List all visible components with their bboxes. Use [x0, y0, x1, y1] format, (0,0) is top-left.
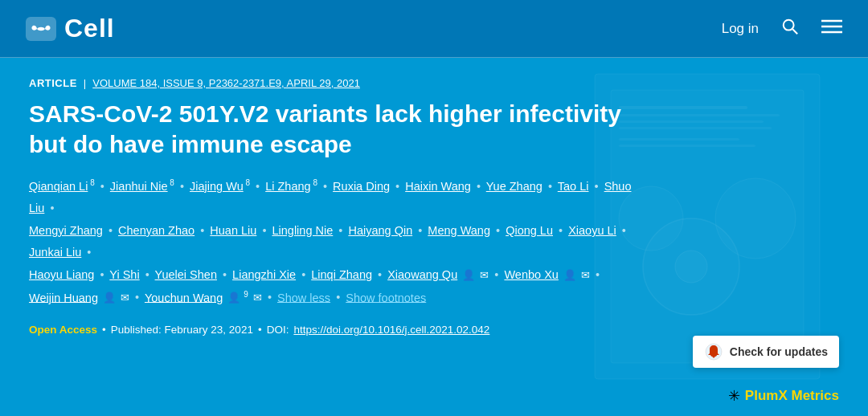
author-name[interactable]: Chenyan Zhao [118, 224, 194, 237]
svg-point-7 [643, 218, 739, 315]
author-name[interactable]: Youchun Wang [145, 291, 223, 304]
author-profile-icon[interactable]: 👤 [462, 269, 475, 281]
author-name[interactable]: Junkai Liu [29, 246, 81, 259]
author-name[interactable]: Qiong Lu [506, 224, 553, 237]
article-page: ARTICLE | VOLUME 184, ISSUE 9, P2362-237… [0, 58, 868, 416]
author-name[interactable]: Qianqian Li [29, 180, 88, 193]
plumx-metrics[interactable]: ✳ PlumX Metrics [728, 387, 839, 405]
author-email-icon[interactable]: ✉ [480, 269, 489, 281]
author-profile-icon[interactable]: 👤 [103, 292, 116, 304]
author-name[interactable]: Yi Shi [109, 268, 139, 281]
article-meta: ARTICLE | VOLUME 184, ISSUE 9, P2362-237… [29, 77, 839, 89]
check-updates-button[interactable]: Check for updates [693, 336, 839, 368]
author-name[interactable]: Haiyang Qin [348, 224, 412, 237]
published-date: Published: February 23, 2021 [111, 324, 253, 336]
author-name[interactable]: Haoyu Liang [29, 268, 94, 281]
authors-section: Qianqian Li 8 • Jianhui Nie 8 • Jiajing … [29, 175, 640, 309]
author-name[interactable]: Liangzhi Xie [232, 268, 296, 281]
svg-point-8 [715, 178, 796, 259]
search-icon[interactable] [781, 18, 799, 39]
author-name[interactable]: Tao Li [558, 180, 589, 193]
logo-text: Cell [64, 14, 115, 43]
doi-label: DOI: [267, 324, 289, 336]
access-row: Open Access • Published: February 23, 20… [29, 324, 839, 336]
menu-icon[interactable] [821, 18, 842, 39]
login-link[interactable]: Log in [722, 21, 759, 37]
author-name[interactable]: Li Zhang [265, 180, 310, 193]
site-header: Cell Log in [0, 0, 868, 58]
doi-link[interactable]: https://doi.org/10.1016/j.cell.2021.02.0… [293, 324, 489, 336]
svg-point-0 [784, 20, 794, 31]
logo-icon [26, 17, 56, 41]
author-email-icon[interactable]: ✉ [121, 292, 129, 304]
article-title: SARS-CoV-2 501Y.V2 variants lack higher … [29, 99, 640, 159]
svg-rect-12 [619, 114, 780, 116]
author-name[interactable]: Xiaoyu Li [568, 224, 616, 237]
check-updates-label: Check for updates [730, 345, 828, 358]
author-email-icon[interactable]: ✉ [581, 269, 590, 281]
author-profile-icon[interactable]: 👤 [563, 269, 576, 281]
author-name[interactable]: Haixin Wang [405, 180, 471, 193]
svg-point-10 [675, 251, 707, 283]
author-name[interactable]: Huan Liu [210, 224, 256, 237]
author-name[interactable]: Yue Zhang [486, 180, 542, 193]
svg-rect-13 [619, 120, 764, 123]
header-nav: Log in [722, 18, 842, 39]
svg-line-1 [792, 29, 797, 34]
author-name[interactable]: Jianhui Nie [110, 180, 168, 193]
show-footnotes-link[interactable]: Show footnotes [346, 291, 426, 304]
check-updates-icon [704, 342, 723, 361]
author-name[interactable]: Jiajing Wu [190, 180, 244, 193]
author-name[interactable]: Weijin Huang [29, 291, 98, 304]
article-info-link[interactable]: VOLUME 184, ISSUE 9, P2362-2371.E9, APRI… [92, 77, 360, 89]
author-profile-icon[interactable]: 👤 [227, 292, 240, 304]
author-name[interactable]: Lingling Nie [272, 224, 333, 237]
author-name[interactable]: Ruxia Ding [333, 180, 390, 193]
author-name[interactable]: Yuelei Shen [155, 268, 217, 281]
show-less-link[interactable]: Show less [277, 291, 330, 304]
author-name[interactable]: Wenbo Xu [504, 268, 558, 281]
author-name[interactable]: Xiaowang Qu [387, 268, 457, 281]
svg-rect-14 [619, 127, 772, 129]
article-badge: ARTICLE [29, 77, 77, 89]
author-email-icon[interactable]: ✉ [253, 292, 262, 304]
logo[interactable]: Cell [26, 14, 115, 43]
author-name[interactable]: Meng Wang [428, 224, 490, 237]
open-access-badge: Open Access [29, 324, 97, 336]
author-name[interactable]: Linqi Zhang [311, 268, 372, 281]
plumx-icon: ✳ [728, 387, 740, 405]
plumx-label: PlumX Metrics [745, 388, 839, 404]
author-name[interactable]: Mengyi Zhang [29, 224, 103, 237]
svg-rect-6 [611, 90, 804, 363]
